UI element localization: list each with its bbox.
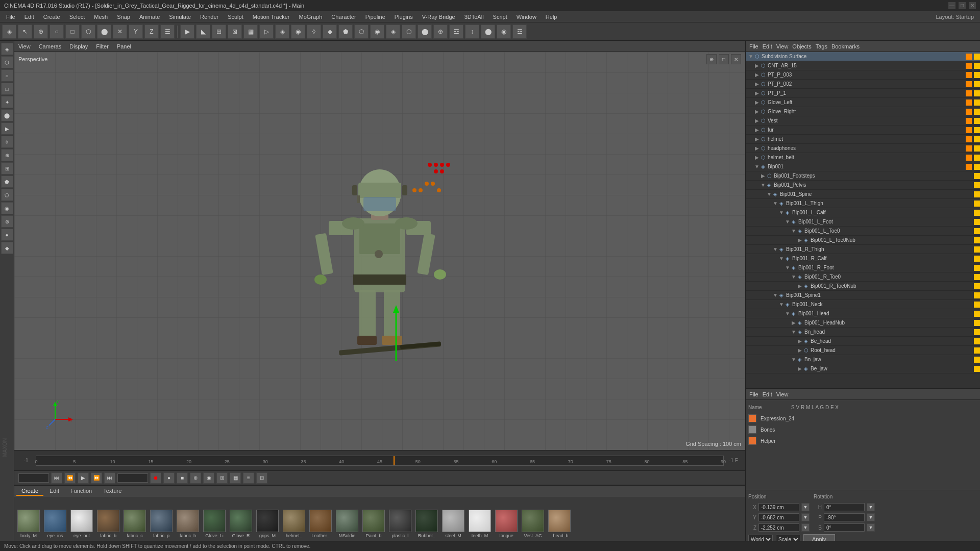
obj-expand-15[interactable]: ▼	[767, 192, 772, 197]
obj-row-bip001_footsteps[interactable]: ▶⬡Bip001_Footsteps	[746, 171, 980, 181]
obj-expand-7[interactable]: ▶	[754, 118, 760, 123]
tool-btn-33[interactable]: ☲	[512, 24, 527, 39]
tool-btn-12[interactable]: ▶	[180, 24, 194, 39]
sidebar-icon-2[interactable]: ○	[1, 69, 13, 82]
obj-expand-34[interactable]: ▶	[797, 366, 802, 371]
material-teeth_M[interactable]: teeth_M	[468, 510, 492, 538]
menu-item-sculpt[interactable]: Sculpt	[224, 13, 248, 21]
tool-btn-29[interactable]: ☲	[449, 24, 463, 39]
tc-btn-7[interactable]: ▦	[230, 472, 241, 484]
material-Glove_Li[interactable]: Glove_Li	[202, 510, 227, 538]
viewport-canvas[interactable]: Y X Z Perspective Grid Spacing : 100 cm …	[14, 52, 745, 450]
obj-row-bip001_headnub[interactable]: ▶◈Bip001_HeadNub	[746, 318, 980, 328]
obj-expand-24[interactable]: ▼	[791, 274, 796, 280]
coord-x-input[interactable]	[758, 503, 799, 511]
tool-btn-27[interactable]: ⬤	[418, 24, 432, 39]
obj-expand-12[interactable]: ▼	[754, 164, 760, 169]
maximize-button[interactable]: □	[959, 2, 966, 9]
obj-expand-5[interactable]: ▶	[754, 100, 760, 105]
material-fabric_p[interactable]: fabric_p	[149, 510, 174, 538]
tool-btn-4[interactable]: □	[65, 24, 80, 39]
rot-h-input[interactable]	[824, 503, 865, 511]
menu-item-mograph[interactable]: MoGraph	[295, 13, 326, 21]
material-fabric_h[interactable]: fabric_h	[176, 510, 200, 538]
menu-item-help[interactable]: Help	[542, 13, 561, 21]
coord-y-input[interactable]	[758, 513, 799, 521]
material-Leather_[interactable]: Leather_	[308, 510, 333, 538]
obj-row-fur[interactable]: ▶⬡fur	[746, 126, 980, 135]
obj-menu-view[interactable]: View	[776, 43, 789, 49]
obj-row-bip001_neck[interactable]: ▼◈Bip001_Neck	[746, 300, 980, 309]
material-grips_M[interactable]: grips_M	[255, 510, 280, 538]
tool-btn-14[interactable]: ⊞	[212, 24, 226, 39]
viewport-menu-display[interactable]: Display	[69, 43, 88, 49]
menu-item-motion-tracker[interactable]: Motion Tracker	[249, 13, 294, 21]
obj-row-pt_p_003[interactable]: ▶⬡PT_P_003	[746, 70, 980, 80]
obj-expand-9[interactable]: ▶	[754, 137, 760, 142]
obj-expand-29[interactable]: ▶	[791, 320, 796, 325]
tc-btn-4[interactable]: ⊕	[190, 472, 201, 484]
attr-menu-edit[interactable]: Edit	[763, 391, 772, 397]
material-body_M[interactable]: body_M	[16, 510, 41, 538]
viewport-ctrl-3[interactable]: ✕	[731, 54, 741, 64]
tool-btn-3[interactable]: ○	[50, 24, 64, 39]
tool-btn-24[interactable]: ◉	[370, 24, 384, 39]
tool-btn-2[interactable]: ⊕	[34, 24, 48, 39]
obj-expand-6[interactable]: ▶	[754, 109, 760, 114]
rot-b-decrement[interactable]: ▼	[867, 523, 875, 532]
tool-btn-0[interactable]: ◈	[2, 24, 16, 39]
sidebar-icon-15[interactable]: ◆	[1, 242, 13, 254]
obj-expand-18[interactable]: ▼	[785, 219, 790, 224]
obj-row-glove_right[interactable]: ▶⬡Glove_Right	[746, 107, 980, 116]
material-steel_M[interactable]: steel_M	[441, 510, 465, 538]
viewport-menu-cameras[interactable]: Cameras	[39, 43, 62, 49]
obj-expand-20[interactable]: ▶	[797, 238, 802, 243]
obj-row-root_head[interactable]: ▶⬡Root_head	[746, 346, 980, 355]
obj-row-be_jaw[interactable]: ▶◈Be_jaw	[746, 364, 980, 373]
material-MSoldie[interactable]: MSoldie	[335, 510, 359, 538]
material-eye_out[interactable]: eye_out	[69, 510, 94, 538]
menu-item-character[interactable]: Character	[327, 13, 360, 21]
obj-expand-19[interactable]: ▼	[791, 229, 796, 234]
obj-row-bip001_r_foot[interactable]: ▼◈Bip001_R_Foot	[746, 263, 980, 272]
play-start-button[interactable]: ⏮	[51, 472, 62, 484]
tool-btn-7[interactable]: ✕	[113, 24, 127, 39]
obj-expand-2[interactable]: ▶	[754, 72, 760, 78]
timeline-playhead[interactable]	[394, 456, 395, 465]
obj-row-bip001_r_toe0nub[interactable]: ▶◈Bip001_R_Toe0Nub	[746, 282, 980, 291]
tab-function[interactable]: Function	[65, 487, 97, 496]
obj-expand-26[interactable]: ▼	[773, 293, 778, 298]
tool-btn-25[interactable]: ◈	[386, 24, 400, 39]
attr-color-2[interactable]	[748, 437, 756, 445]
sidebar-icon-10[interactable]: ⬟	[1, 176, 13, 188]
menu-item-animate[interactable]: Animate	[135, 13, 164, 21]
obj-expand-10[interactable]: ▶	[754, 146, 760, 151]
attr-color-0[interactable]	[748, 414, 756, 422]
menu-item-simulate[interactable]: Simulate	[165, 13, 195, 21]
material-helmet_[interactable]: helmet_	[282, 510, 306, 538]
sidebar-icon-12[interactable]: ◉	[1, 202, 13, 214]
obj-row-bip001_r_toe0[interactable]: ▼◈Bip001_R_Toe0	[746, 272, 980, 282]
sidebar-icon-3[interactable]: □	[1, 83, 13, 95]
material-Rubber_[interactable]: Rubber_	[414, 510, 439, 538]
sidebar-icon-0[interactable]: ◈	[1, 43, 13, 55]
tool-btn-31[interactable]: ⬤	[481, 24, 495, 39]
current-frame-field[interactable]: 0 F	[18, 473, 49, 483]
material-fabric_b[interactable]: fabric_b	[96, 510, 120, 538]
menu-item-plugins[interactable]: Plugins	[390, 13, 417, 21]
tab-create[interactable]: Create	[16, 487, 43, 496]
obj-row-bip001_l_calf[interactable]: ▼◈Bip001_L_Calf	[746, 208, 980, 217]
material-plastic_l[interactable]: plastic_l	[388, 510, 412, 538]
menu-item-snap[interactable]: Snap	[113, 13, 134, 21]
material-Vest_AC[interactable]: Vest_AC	[521, 510, 545, 538]
sidebar-icon-7[interactable]: ◊	[1, 136, 13, 148]
viewport-ctrl-2[interactable]: □	[719, 54, 729, 64]
coord-z-input[interactable]	[758, 523, 799, 532]
sidebar-icon-8[interactable]: ⊕	[1, 149, 13, 161]
obj-row-bip001[interactable]: ▼◈Bip001	[746, 162, 980, 171]
obj-expand-21[interactable]: ▼	[773, 247, 778, 252]
timeline-bar[interactable]: 051015202530354045505560657075808590	[36, 456, 724, 466]
obj-row-bip001_l_toe0nub[interactable]: ▶◈Bip001_L_Toe0Nub	[746, 236, 980, 245]
tool-btn-32[interactable]: ◉	[497, 24, 511, 39]
menu-item-3dtoall[interactable]: 3DToAll	[460, 13, 488, 21]
